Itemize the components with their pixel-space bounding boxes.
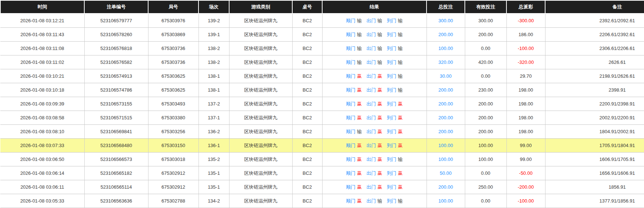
cell-round: 675302788: [148, 194, 198, 208]
table-row[interactable]: 2026-01-08 03:12:21523106579777675303976…: [0, 14, 644, 28]
column-header-total_bet: 总投注: [427, 0, 465, 14]
result-segment: 到门赢: [387, 143, 403, 148]
cell-result: 顺门输出门输到门输: [322, 42, 427, 55]
result-outcome: 赢: [398, 184, 403, 190]
result-gate-label: 出门: [367, 198, 376, 204]
result-outcome: 赢: [378, 170, 382, 176]
result-segment: 出门赢: [367, 143, 382, 148]
cell-bet_id: 523106578260: [84, 28, 148, 42]
cell-round: 675303256: [148, 125, 198, 139]
result-gate-label: 顺门: [346, 184, 356, 190]
cell-result: 顺门赢出门赢到门赢: [322, 180, 427, 194]
result-outcome: 赢: [398, 170, 403, 176]
column-header-round: 局号: [148, 0, 198, 14]
result-segment: 到门赢: [387, 184, 403, 190]
result-outcome: 输: [398, 18, 403, 23]
column-header-remark: 备注: [545, 0, 644, 14]
result-outcome: 输: [398, 87, 403, 93]
cell-game: 区块链温州牌九: [229, 69, 292, 83]
cell-total_bet: 100.00: [427, 139, 465, 153]
cell-remark: 1856.91: [545, 180, 644, 194]
result-segment: 到门输: [387, 198, 403, 204]
table-row[interactable]: 2026-01-08 03:07:33523106568480675303150…: [0, 139, 644, 153]
cell-valid_bet: 230.00: [465, 83, 506, 97]
table-row[interactable]: 2026-01-08 03:08:58523106571515675303380…: [0, 111, 644, 125]
result-gate-label: 到门: [387, 18, 397, 23]
table-row[interactable]: 2026-01-08 03:10:18523106574786675303625…: [0, 83, 644, 97]
cell-payout: -300.00: [506, 14, 545, 28]
result-gate-label: 顺门: [346, 59, 356, 65]
cell-remark: 2392.61/2092.61: [545, 14, 644, 28]
result-gate-label: 顺门: [346, 170, 356, 176]
table-row[interactable]: 2026-01-08 03:10:21523106574913675303625…: [0, 69, 644, 83]
result-segment: 顺门赢: [346, 170, 362, 176]
cell-game: 区块链温州牌九: [229, 166, 292, 180]
result-outcome: 输: [398, 198, 403, 204]
table-row[interactable]: 2026-01-08 03:06:50523106566573675303018…: [0, 153, 644, 166]
cell-valid_bet: 300.00: [465, 14, 506, 28]
result-gate-label: 顺门: [346, 143, 356, 148]
table-row[interactable]: 2026-01-08 03:08:10523106569841675303256…: [0, 125, 644, 139]
result-gate-label: 出门: [367, 143, 376, 148]
result-outcome: 赢: [378, 129, 382, 134]
cell-valid_bet: 0.00: [465, 42, 506, 55]
result-gate-label: 到门: [387, 184, 397, 190]
column-header-valid_bet: 有效投注: [465, 0, 506, 14]
result-gate-label: 到门: [387, 170, 397, 176]
result-outcome: 赢: [357, 73, 362, 79]
result-segment: 顺门赢: [346, 143, 362, 148]
result-segment: 出门赢: [367, 87, 382, 93]
cell-payout: 198.00: [506, 97, 545, 111]
cell-bet_id: 523106566573: [84, 153, 148, 166]
cell-total_bet: 300.00: [427, 14, 465, 28]
cell-bet_id: 523106579777: [84, 14, 148, 28]
cell-total_bet: 200.00: [427, 111, 465, 125]
result-outcome: 赢: [357, 157, 362, 162]
cell-time: 2026-01-08 03:10:18: [0, 83, 84, 97]
table-row[interactable]: 2026-01-08 03:11:43523106578260675303869…: [0, 28, 644, 42]
result-segment: 顺门赢: [346, 73, 362, 79]
result-gate-label: 出门: [367, 73, 376, 79]
cell-table_no: BC2: [292, 194, 322, 208]
cell-session: 138-1: [198, 83, 229, 97]
result-outcome: 输: [378, 32, 382, 37]
cell-remark: 2206.61/2392.61: [545, 28, 644, 42]
result-segment: 顺门赢: [346, 87, 362, 93]
table-row[interactable]: 2026-01-08 03:06:14523106565182675302912…: [0, 166, 644, 180]
cell-payout: -100.00: [506, 42, 545, 55]
table-row[interactable]: 2026-01-08 03:05:33523106563636675302788…: [0, 194, 644, 208]
cell-bet_id: 523106573155: [84, 97, 148, 111]
cell-table_no: BC2: [292, 111, 322, 125]
result-gate-label: 顺门: [346, 129, 356, 134]
cell-time: 2026-01-08 03:07:33: [0, 139, 84, 153]
cell-total_bet: 100.00: [427, 42, 465, 55]
cell-game: 区块链温州牌九: [229, 14, 292, 28]
cell-game: 区块链温州牌九: [229, 42, 292, 55]
table-row[interactable]: 2026-01-08 03:11:02523106576582675303736…: [0, 55, 644, 69]
bet-records-viewport: 时间注单编号局号场次游戏类别桌号结果总投注有效投注总派彩备注 2026-01-0…: [0, 0, 644, 208]
cell-valid_bet: 420.00: [465, 55, 506, 69]
result-segment: 出门输: [367, 46, 382, 51]
cell-remark: 1656.91/1606.91: [545, 166, 644, 180]
column-header-payout: 总派彩: [506, 0, 545, 14]
result-outcome: 赢: [357, 101, 362, 107]
cell-payout: 29.70: [506, 69, 545, 83]
cell-valid_bet: 200.00: [465, 125, 506, 139]
result-segment: 出门赢: [367, 129, 382, 134]
bet-records-table: 时间注单编号局号场次游戏类别桌号结果总投注有效投注总派彩备注 2026-01-0…: [0, 0, 644, 208]
table-row[interactable]: 2026-01-08 03:06:11523106565114675302912…: [0, 180, 644, 194]
result-segment: 到门输: [387, 157, 403, 162]
table-header-row: 时间注单编号局号场次游戏类别桌号结果总投注有效投注总派彩备注: [0, 0, 644, 14]
result-segment: 顺门赢: [346, 101, 362, 107]
cell-total_bet: 200.00: [427, 180, 465, 194]
cell-bet_id: 523106569841: [84, 125, 148, 139]
result-outcome: 输: [378, 198, 382, 204]
result-gate-label: 顺门: [346, 157, 356, 162]
cell-result: 顺门输出门输到门输: [322, 28, 427, 42]
result-gate-label: 到门: [387, 32, 397, 37]
cell-payout: 198.00: [506, 111, 545, 125]
result-gate-label: 到门: [387, 115, 397, 120]
table-row[interactable]: 2026-01-08 03:09:39523106573155675303493…: [0, 97, 644, 111]
table-row[interactable]: 2026-01-08 03:11:08523106576818675303736…: [0, 42, 644, 55]
cell-remark: 1705.91/1804.91: [545, 139, 644, 153]
